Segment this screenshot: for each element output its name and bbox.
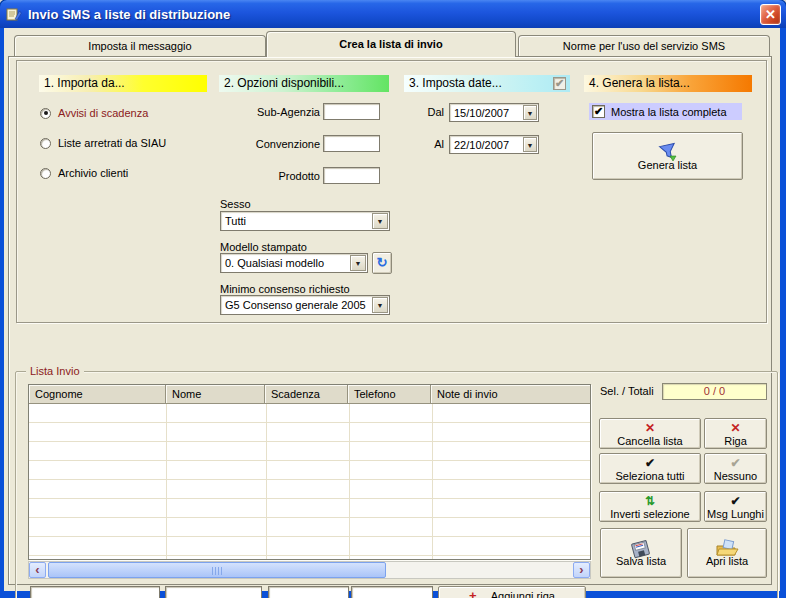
chevron-down-icon[interactable]: ▼: [523, 105, 537, 120]
sesso-select[interactable]: Tutti ▼: [220, 211, 390, 231]
inverti-selezione-button[interactable]: ⇅ Inverti selezione: [599, 491, 701, 522]
column-separator: [166, 404, 167, 559]
salva-lista-label: Salva lista: [616, 555, 666, 567]
chevron-down-icon[interactable]: ▼: [372, 297, 388, 313]
sesso-label: Sesso: [220, 198, 251, 211]
col-label: Cognome: [35, 388, 83, 400]
new-telefono-input[interactable]: [351, 586, 433, 598]
consenso-value: G5 Consenso generale 2005: [225, 298, 366, 313]
title-bar: Invio SMS a liste di distribuzione ✕: [0, 0, 786, 28]
chevron-down-icon[interactable]: ▼: [523, 137, 537, 152]
close-icon: ✕: [765, 7, 776, 22]
refresh-models-button[interactable]: ↻: [372, 252, 392, 274]
new-scadenza-input[interactable]: [268, 586, 349, 598]
convenzione-input[interactable]: [323, 135, 380, 152]
column-header-scadenza[interactable]: Scadenza: [265, 385, 348, 404]
scroll-right-button[interactable]: ›: [573, 562, 590, 578]
refresh-icon: ↻: [377, 256, 388, 270]
date-header-checkbox[interactable]: ✔: [553, 77, 566, 90]
seleziona-tutti-button[interactable]: ✔ Seleziona tutti: [599, 453, 701, 484]
scroll-left-button[interactable]: ‹: [29, 562, 46, 578]
lista-table[interactable]: Cognome Nome Scadenza Telefono Note di i…: [28, 384, 591, 560]
mostra-lista-checkbox-row[interactable]: ✔ Mostra la lista completa: [589, 103, 742, 120]
arrow-glyph: ▼: [527, 110, 534, 117]
funnel-icon: [657, 142, 679, 156]
mostra-lista-checkbox[interactable]: ✔: [592, 105, 605, 118]
lista-invio-group: Lista Invio Cognome Nome Scadenza Telefo…: [15, 371, 778, 598]
consenso-select[interactable]: G5 Consenso generale 2005 ▼: [220, 295, 390, 315]
dialog-window: Invio SMS a liste di distribuzione ✕ Imp…: [0, 0, 786, 598]
tab-norme-servizio[interactable]: Norme per l'uso del servizio SMS: [518, 35, 770, 56]
scroll-left-icon: ‹: [35, 562, 39, 577]
radio-liste-arretrati[interactable]: Liste arretrati da SIAU: [40, 135, 166, 151]
aggiungi-riga-button[interactable]: + Aggiungi riga: [438, 586, 586, 598]
modello-select[interactable]: 0. Qualsiasi modello ▼: [220, 253, 368, 273]
msg-lunghi-label: Msg Lunghi: [707, 508, 764, 520]
new-nome-input[interactable]: [165, 586, 262, 598]
dal-date-select[interactable]: 15/10/2007 ▼: [449, 103, 539, 122]
tab-label: Crea la lista di invio: [339, 38, 442, 50]
aggiungi-riga-label: Aggiungi riga: [491, 590, 555, 598]
genera-lista-label: Genera lista: [638, 159, 697, 171]
chevron-down-icon[interactable]: ▼: [372, 213, 388, 229]
invert-selection-icon: ⇅: [645, 494, 655, 508]
radio-label: Liste arretrati da SIAU: [58, 137, 166, 149]
al-date-select[interactable]: 22/10/2007 ▼: [449, 135, 539, 154]
al-value: 22/10/2007: [454, 138, 509, 153]
plus-icon: +: [469, 589, 477, 598]
column-separator: [266, 404, 267, 559]
cancella-lista-label: Cancella lista: [617, 435, 682, 447]
column-header-nome[interactable]: Nome: [166, 385, 265, 404]
prodotto-input[interactable]: [323, 167, 380, 184]
window-title: Invio SMS a liste di distribuzione: [28, 7, 230, 22]
riga-button[interactable]: ✕ Riga: [704, 418, 767, 449]
inverti-selezione-label: Inverti selezione: [610, 508, 690, 520]
delete-icon: ✕: [730, 421, 740, 435]
radio-icon[interactable]: [40, 168, 51, 179]
tab-page: 1. Importa da... 2. Opzioni disponibili.…: [8, 56, 772, 585]
group-label: Lista Invio: [26, 365, 84, 377]
genera-lista-button[interactable]: Genera lista: [592, 132, 743, 180]
radio-archivio-clienti[interactable]: Archivio clienti: [40, 165, 128, 181]
salva-lista-button[interactable]: Salva lista: [600, 528, 682, 578]
column-header-note[interactable]: Note di invio: [431, 385, 590, 404]
msg-lunghi-button[interactable]: ✔ Msg Lunghi: [704, 491, 767, 522]
tab-crea-lista[interactable]: Crea la lista di invio: [266, 31, 516, 57]
tab-label: Norme per l'uso del servizio SMS: [563, 40, 725, 52]
horizontal-scrollbar[interactable]: ‹ ›: [28, 561, 591, 579]
tab-imposta-messaggio[interactable]: Imposta il messaggio: [14, 35, 266, 56]
chevron-down-icon[interactable]: ▼: [350, 255, 366, 271]
app-icon: [6, 6, 22, 22]
seleziona-tutti-label: Seleziona tutti: [615, 470, 684, 482]
radio-label: Avvisi di scadenza: [58, 107, 148, 119]
radio-avvisi-scadenza[interactable]: Avvisi di scadenza: [40, 105, 148, 121]
scroll-right-icon: ›: [579, 562, 583, 577]
column-header-cognome[interactable]: Cognome: [29, 385, 166, 404]
apri-lista-button[interactable]: Apri lista: [687, 528, 767, 578]
section-header-genera: 4. Genera la lista...: [584, 75, 752, 92]
column-header-telefono[interactable]: Telefono: [348, 385, 431, 404]
arrow-glyph: ▼: [377, 302, 384, 309]
col-label: Telefono: [354, 388, 396, 400]
mostra-lista-label: Mostra la lista completa: [611, 106, 727, 118]
sel-totali-value: 0 / 0: [662, 383, 767, 400]
radio-icon[interactable]: [40, 108, 51, 119]
section-header-importa: 1. Importa da...: [39, 75, 207, 92]
check-icon: ✔: [594, 105, 603, 117]
dialog-body: Imposta il messaggio Crea la lista di in…: [4, 28, 780, 591]
sesso-value: Tutti: [225, 214, 246, 229]
nessuno-button[interactable]: ✔ Nessuno: [704, 453, 767, 484]
field-row-convenzione: Convenzione: [220, 135, 380, 152]
check-icon-disabled: ✔: [730, 456, 740, 470]
table-body-empty[interactable]: [29, 404, 590, 559]
radio-icon[interactable]: [40, 138, 51, 149]
scrollbar-thumb[interactable]: [48, 562, 386, 578]
col-label: Scadenza: [271, 388, 320, 400]
sub-agenzia-label: Sub-Agenzia: [220, 106, 320, 118]
new-cognome-input[interactable]: [30, 586, 160, 598]
cancella-lista-button[interactable]: ✕ Cancella lista: [599, 418, 701, 449]
close-button[interactable]: ✕: [760, 4, 781, 25]
dal-label: Dal: [422, 106, 444, 119]
table-header-row: Cognome Nome Scadenza Telefono Note di i…: [29, 385, 590, 404]
sub-agenzia-input[interactable]: [323, 103, 380, 120]
